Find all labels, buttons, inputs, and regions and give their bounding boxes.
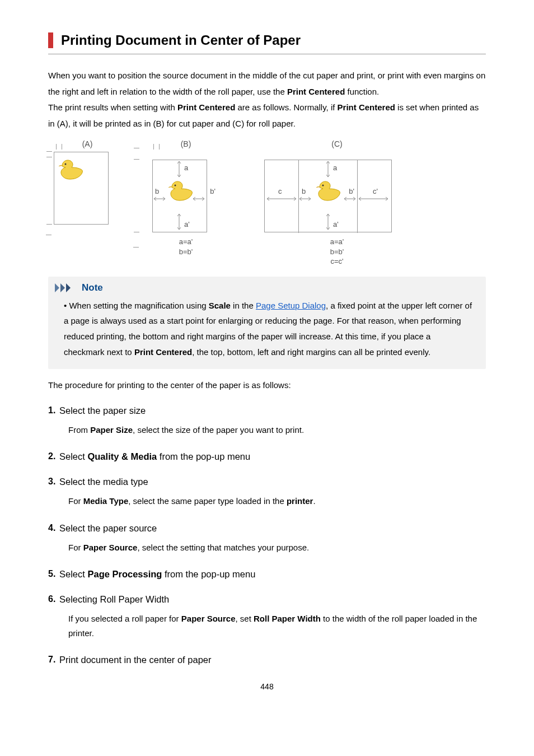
step-heading: Print document in the center of paper	[59, 655, 486, 665]
duck-icon	[57, 158, 83, 180]
page-title-wrap: Printing Document in Center of Paper	[48, 32, 486, 48]
eq-line: b=b'	[264, 247, 410, 257]
step-item: Select the paper size From Paper Size, s…	[59, 405, 486, 437]
svg-point-9	[322, 185, 324, 186]
page-title: Printing Document in Center of Paper	[61, 32, 486, 48]
intro-text: are as follows. Normally, if	[235, 102, 337, 112]
step-heading: Select the media type	[59, 477, 486, 487]
note-bullet: When setting the magnification using Sca…	[64, 298, 474, 360]
diagram-label-c: (C)	[264, 139, 410, 148]
step-body: For Media Type, select the same paper ty…	[59, 494, 486, 508]
dim-b: b	[302, 187, 306, 195]
step-heading: Selecting Roll Paper Width	[59, 594, 486, 605]
note-chevron-icon	[55, 283, 77, 292]
step-item: Select Quality & Media from the pop-up m…	[59, 451, 486, 462]
step-body: For Paper Source, select the setting tha…	[59, 540, 486, 555]
svg-marker-14	[60, 283, 65, 292]
step-heading: Select the paper size	[59, 405, 486, 416]
intro-text: When you want to position the source doc…	[48, 71, 485, 96]
diagram-label-a: (A)	[54, 139, 121, 148]
steps-list: Select the paper size From Paper Size, s…	[48, 405, 486, 666]
eq-line: a=a'	[141, 237, 231, 247]
page-number: 448	[48, 682, 486, 691]
intro-bold: Print Centered	[177, 102, 235, 112]
eq-line: b=b'	[141, 247, 231, 257]
title-underline	[48, 54, 486, 54]
intro-bold: Print Centered	[287, 87, 345, 96]
duck-icon	[314, 179, 341, 202]
step-item: Select Page Processing from the pop-up m…	[59, 569, 486, 580]
duck-icon	[166, 179, 193, 202]
dim-a: a	[333, 164, 337, 172]
svg-marker-15	[66, 283, 71, 292]
step-body: If you selected a roll paper for Paper S…	[59, 612, 486, 640]
page-setup-dialog-link[interactable]: Page Setup Dialog	[256, 301, 326, 310]
dim-a: a	[184, 164, 188, 172]
svg-marker-13	[55, 283, 59, 292]
step-item: Select the media type For Media Type, se…	[59, 477, 486, 508]
step-heading: Select Quality & Media from the pop-up m…	[59, 451, 486, 462]
dim-ap: a'	[184, 220, 190, 228]
dim-cp: c'	[373, 187, 378, 195]
step-heading: Select Page Processing from the pop-up m…	[59, 569, 486, 580]
dim-ap: a'	[333, 220, 339, 228]
step-item: Select the paper source For Paper Source…	[59, 523, 486, 555]
eq-line: a=a'	[264, 237, 410, 247]
centering-diagram: (A)	[48, 139, 486, 267]
intro-text: The print results when setting with	[48, 102, 177, 112]
dim-bp: b'	[210, 187, 216, 195]
intro-text: function.	[345, 87, 379, 96]
svg-point-3	[175, 185, 176, 186]
dim-c: c	[278, 187, 282, 195]
note-box: Note When setting the magnification usin…	[48, 277, 486, 369]
step-item: Selecting Roll Paper Width If you select…	[59, 594, 486, 640]
procedure-intro: The procedure for printing to the center…	[48, 380, 486, 390]
note-heading: Note	[82, 282, 103, 293]
step-heading: Select the paper source	[59, 523, 486, 534]
svg-point-0	[65, 164, 67, 165]
intro-paragraph: When you want to position the source doc…	[48, 68, 486, 132]
step-item: Print document in the center of paper	[59, 655, 486, 665]
dim-bp: b'	[349, 187, 354, 195]
dim-b: b	[155, 187, 159, 195]
step-body: From Paper Size, select the size of the …	[59, 423, 486, 437]
eq-line: c=c'	[264, 256, 410, 267]
diagram-label-b: (B)	[141, 139, 231, 148]
intro-bold: Print Centered	[338, 102, 395, 112]
